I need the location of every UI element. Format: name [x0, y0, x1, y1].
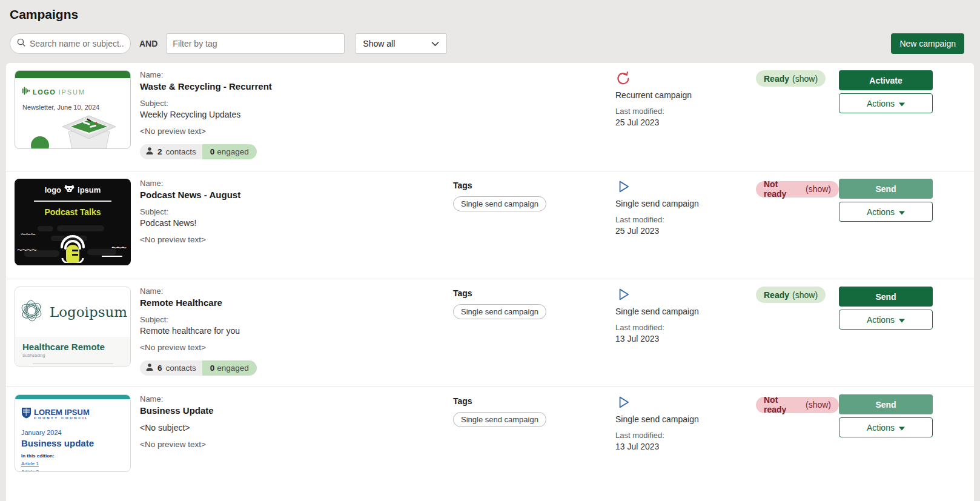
campaign-thumbnail[interactable]: logo ipsum Podcast Talks 〜〜〜 〜〜〜〜 〜〜〜	[15, 179, 131, 271]
status-show-link[interactable]: (show)	[792, 290, 818, 300]
last-modified-label: Last modified:	[615, 215, 756, 224]
status-show-link[interactable]: (show)	[792, 74, 818, 84]
status-filter-value: Show all	[363, 39, 395, 48]
thumbnail-divider	[33, 363, 113, 364]
subject-label: Subject:	[140, 315, 441, 324]
send-button[interactable]: Send	[839, 179, 933, 199]
logoipsum-serif-logo: Logoipsum	[15, 287, 130, 337]
status-text: Ready	[764, 74, 789, 84]
play-icon	[615, 287, 756, 304]
actions-dropdown-button[interactable]: Actions	[839, 93, 933, 113]
chevron-down-icon	[431, 39, 439, 48]
contacts-badge: 6 contacts 0 engaged	[140, 360, 257, 376]
council-brand-line2: COUNTY COUNCIL	[34, 416, 90, 420]
actions-dropdown-button[interactable]: Actions	[839, 310, 933, 330]
healthcare-brand-text: Logoipsum	[50, 304, 127, 320]
brand-light-text: IPSUM	[58, 88, 85, 96]
campaign-type-column: Single send campaign Last modified: 25 J…	[615, 179, 756, 271]
decoration-blob	[57, 225, 104, 231]
campaign-type-label: Recurrent campaign	[615, 90, 756, 100]
article-link[interactable]: Article 2	[21, 469, 130, 472]
actions-label: Actions	[867, 207, 895, 217]
send-button[interactable]: Send	[839, 287, 933, 307]
article-link[interactable]: Article 1	[21, 461, 130, 466]
recycling-bin-illustration	[56, 114, 119, 149]
campaign-name: Podcast News - August	[140, 190, 441, 200]
status-badge[interactable]: Ready (show)	[756, 287, 826, 303]
search-input-wrap[interactable]	[10, 33, 131, 54]
animal-head-icon	[64, 184, 74, 195]
send-button[interactable]: Send	[839, 394, 933, 414]
contacts-word: contacts	[166, 147, 196, 156]
preview-text: <No preview text>	[140, 127, 603, 136]
subject-label: Subject:	[140, 207, 441, 216]
campaign-actions-column: Activate Actions	[839, 70, 933, 164]
business-thumbnail-card[interactable]: LOREM IPSUM COUNTY COUNCIL January 2024 …	[15, 394, 131, 472]
last-modified-date: 13 Jul 2023	[615, 334, 756, 343]
tags-heading: Tags	[453, 396, 615, 406]
campaign-actions-column: Send Actions	[839, 287, 933, 379]
actions-label: Actions	[867, 315, 895, 325]
healthcare-subheading: Subheading	[22, 353, 130, 357]
status-show-link[interactable]: (show)	[806, 400, 831, 410]
caret-down-icon	[899, 423, 905, 433]
name-label: Name:	[140, 287, 441, 296]
logoipsum-logo: LOGOIPSUM	[22, 87, 130, 98]
tags-heading: Tags	[453, 181, 615, 190]
play-icon	[615, 179, 756, 196]
contacts-word: contacts	[166, 363, 196, 373]
name-label: Name:	[140, 179, 441, 188]
play-icon	[615, 394, 756, 411]
podcast-thumbnail-card[interactable]: logo ipsum Podcast Talks 〜〜〜 〜〜〜〜 〜〜〜	[15, 179, 131, 265]
podcast-brand-left: logo	[45, 185, 61, 194]
campaign-thumbnail[interactable]: Logoipsum Healthcare Remote Subheading	[15, 287, 131, 379]
search-input[interactable]	[30, 39, 124, 48]
contacts-count: 2	[157, 147, 162, 156]
last-modified-label: Last modified:	[615, 431, 756, 440]
campaign-name: Remote Healthcare	[140, 297, 441, 308]
tags-heading: Tags	[453, 288, 615, 298]
caret-down-icon	[899, 207, 905, 217]
campaign-status-column: Not ready (show)	[756, 394, 839, 487]
campaign-status-column: Ready (show)	[756, 287, 839, 379]
engaged-segment: 0 engaged	[202, 360, 257, 376]
status-filter-select[interactable]: Show all	[355, 33, 447, 54]
status-show-link[interactable]: (show)	[806, 184, 831, 194]
campaign-info: Name: Podcast News - August Subject: Pod…	[140, 179, 453, 271]
campaign-row-remote-healthcare: Logoipsum Healthcare Remote Subheading N…	[6, 279, 974, 387]
activate-button[interactable]: Activate	[839, 70, 933, 90]
status-badge[interactable]: Ready (show)	[756, 70, 826, 87]
spiral-logo-icon	[18, 297, 45, 327]
status-badge[interactable]: Not ready (show)	[756, 397, 839, 413]
tag-filter-input[interactable]	[173, 39, 338, 48]
healthcare-thumb-footer: Healthcare Remote Subheading	[15, 337, 130, 366]
dash-decoration	[102, 256, 122, 257]
status-badge[interactable]: Not ready (show)	[756, 181, 839, 197]
actions-dropdown-button[interactable]: Actions	[839, 417, 933, 437]
contacts-count: 6	[157, 363, 162, 373]
decoration-blob	[38, 226, 53, 231]
contacts-count-segment: 6 contacts	[140, 360, 202, 376]
campaign-thumbnail[interactable]: LOREM IPSUM COUNTY COUNCIL January 2024 …	[15, 394, 131, 487]
tag-filter-wrap[interactable]	[166, 33, 345, 54]
campaign-status-column: Ready (show)	[756, 70, 839, 164]
campaign-status-column: Not ready (show)	[756, 179, 839, 271]
shield-icon	[21, 407, 31, 421]
last-modified-date: 25 Jul 2023	[615, 118, 756, 127]
campaign-tags-column: Tags Single send campaign	[453, 394, 615, 487]
actions-dropdown-button[interactable]: Actions	[839, 202, 933, 222]
microphone-illustration	[45, 231, 100, 265]
engaged-word: engaged	[217, 363, 249, 373]
campaign-subject: Podcast News!	[140, 218, 441, 228]
new-campaign-button[interactable]: New campaign	[891, 33, 964, 54]
waste-thumbnail-card[interactable]: LOGOIPSUM Newsletter, June 10, 2024	[15, 70, 131, 149]
healthcare-thumbnail-card[interactable]: Logoipsum Healthcare Remote Subheading	[15, 287, 131, 367]
campaign-thumbnail[interactable]: LOGOIPSUM Newsletter, June 10, 2024	[15, 70, 131, 164]
subject-label: Subject:	[140, 99, 603, 108]
campaign-actions-column: Send Actions	[839, 394, 933, 487]
last-modified-date: 13 Jul 2023	[615, 442, 756, 451]
engaged-segment: 0 engaged	[202, 144, 257, 159]
campaign-row-waste-recycling: LOGOIPSUM Newsletter, June 10, 2024	[6, 63, 974, 171]
engaged-count: 0	[210, 147, 215, 156]
campaign-info: Name: Remote Healthcare Subject: Remote …	[140, 287, 453, 379]
